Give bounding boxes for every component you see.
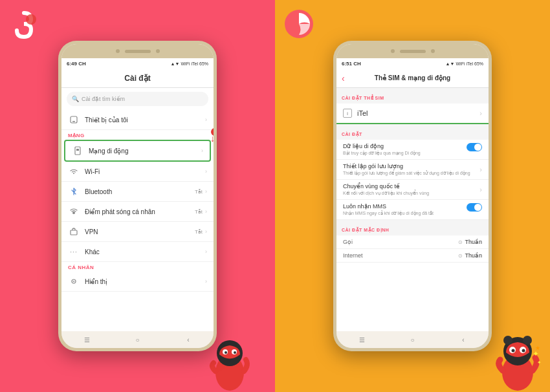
data-plan-row[interactable]: Thiết lập gói lưu lượng Thiết lập gói lư… bbox=[336, 160, 489, 180]
data-plan-arrow: › bbox=[479, 166, 482, 173]
svg-text:✦: ✦ bbox=[537, 360, 542, 365]
section-personal-left: CÁ NHÂN bbox=[61, 262, 214, 272]
signal-icon-left: ▲▼ bbox=[171, 61, 180, 66]
settings-item-bluetooth[interactable]: Bluetooth Tắt › bbox=[61, 182, 214, 202]
battery-right: 65% bbox=[474, 61, 483, 66]
wifi-icon-left: WiFi bbox=[181, 61, 190, 66]
nav-home-left[interactable]: ○ bbox=[131, 335, 144, 344]
status-time-right: 6:51 CH bbox=[342, 61, 361, 67]
settings-list-left: Thiết bị của tôi › MẠNG Mạng di động › ↓ bbox=[61, 110, 214, 331]
settings-item-device[interactable]: Thiết bị của tôi › bbox=[61, 110, 214, 130]
device-label: Thiết bị của tôi bbox=[85, 116, 205, 124]
mobile-data-toggle[interactable] bbox=[467, 143, 482, 151]
roaming-title: Chuyển vùng quốc tế bbox=[343, 183, 477, 190]
left-background: 6:49 CH ▲▼ WiFi iTel 65% Cài đặt 🔍 Cài đ… bbox=[0, 0, 275, 392]
roaming-row[interactable]: Chuyển vùng quốc tế Kết nối với dịch vụ … bbox=[336, 180, 489, 200]
more-arrow: › bbox=[205, 248, 207, 255]
phone-top-bar-left bbox=[61, 44, 214, 58]
mobile-data-row[interactable]: Dữ liệu di động Bật truy cập dữ liệu qua… bbox=[336, 140, 489, 160]
data-plan-sub: Thiết lập gói lưu lượng để giám sát việc… bbox=[343, 170, 477, 176]
sim-section-label: CÀI ĐẶT THẺ SIM bbox=[336, 88, 489, 103]
battery-left: 65% bbox=[199, 61, 208, 66]
call-default-row[interactable]: Gọi ⊙ Thuần bbox=[336, 235, 489, 249]
svg-point-21 bbox=[522, 349, 525, 353]
mobile-data-sub: Bật truy cập dữ liệu qua mạng Di động bbox=[343, 150, 421, 156]
svg-point-14 bbox=[234, 351, 236, 354]
phone-bottom-right: ☰ ○ ‹ bbox=[336, 331, 489, 348]
speaker-left bbox=[125, 50, 151, 53]
phone-bottom-left: ☰ ○ ‹ bbox=[61, 331, 214, 348]
vpn-icon bbox=[68, 226, 80, 237]
device-arrow: › bbox=[205, 116, 207, 123]
status-bar-left: 6:49 CH ▲▼ WiFi iTel 65% bbox=[61, 58, 214, 69]
vpn-arrow: › bbox=[205, 228, 207, 235]
vpn-label: VPN bbox=[85, 228, 195, 235]
svg-point-13 bbox=[225, 351, 227, 354]
bluetooth-label: Bluetooth bbox=[85, 188, 195, 195]
mobile-arrow: › bbox=[201, 147, 203, 154]
character-right: ✦ ✦ ★ bbox=[489, 324, 547, 392]
internet-default-row[interactable]: Internet ⊙ Thuần bbox=[336, 249, 489, 263]
app-bar-left: Cài đặt bbox=[61, 69, 214, 88]
sim-name: iTel bbox=[357, 109, 479, 117]
more-label: Khác bbox=[85, 248, 205, 256]
bluetooth-icon bbox=[68, 186, 80, 197]
status-icons-left: ▲▼ WiFi iTel 65% bbox=[171, 61, 208, 66]
right-background: 6:51 CH ▲▼ WiFi iTel 65% ‹ Thẻ SIM & mạn… bbox=[275, 0, 550, 392]
mms-toggle[interactable] bbox=[467, 203, 482, 212]
camera-left-right bbox=[391, 49, 395, 53]
app-bar-right: ‹ Thẻ SIM & mạng di động bbox=[336, 69, 489, 88]
wifi-arrow: › bbox=[205, 168, 207, 175]
sim-section-text: CÀI ĐẶT THẺ SIM bbox=[342, 96, 384, 100]
settings-section-text: CÀI ĐẶT bbox=[342, 132, 362, 136]
right-phone: 6:51 CH ▲▼ WiFi iTel 65% ‹ Thẻ SIM & mạn… bbox=[333, 41, 492, 351]
settings-item-hotspot[interactable]: Điểm phát sóng cá nhân Tắt › bbox=[61, 202, 214, 222]
mms-row[interactable]: Luôn nhận MMS Nhận MMS ngay cả khi dữ li… bbox=[336, 200, 489, 220]
settings-item-vpn[interactable]: VPN Tắt › bbox=[61, 222, 214, 242]
nav-back-right[interactable]: ‹ bbox=[457, 335, 470, 344]
default-section-label: CÀI ĐẶT MẶC ĐỊNH bbox=[336, 220, 489, 235]
status-icons-right: ▲▼ WiFi iTel 65% bbox=[446, 61, 483, 66]
itel-sim-item[interactable]: i iTel › ↓ 2 bbox=[336, 103, 489, 124]
settings-item-display[interactable]: Hiển thị › bbox=[61, 272, 214, 292]
internet-value: ⊙ Thuần bbox=[458, 252, 482, 259]
nav-home-right[interactable]: ○ bbox=[406, 335, 419, 344]
svg-point-0 bbox=[26, 14, 36, 25]
wifi-label: Wi-Fi bbox=[85, 168, 205, 175]
search-placeholder-left: Cài đặt tìm kiếm bbox=[82, 96, 125, 102]
logo-left bbox=[6, 6, 42, 42]
search-bar-left[interactable]: 🔍 Cài đặt tìm kiếm bbox=[67, 92, 208, 106]
nav-back-left[interactable]: ‹ bbox=[182, 335, 195, 344]
logo-right bbox=[281, 6, 317, 42]
settings-item-more[interactable]: ··· Khác › bbox=[61, 242, 214, 262]
mobile-data-title: Dữ liệu di động bbox=[343, 143, 421, 149]
data-plan-title: Thiết lập gói lưu lượng bbox=[343, 163, 477, 169]
wifi-icon-right: WiFi bbox=[456, 61, 465, 66]
back-button-right[interactable]: ‹ bbox=[342, 73, 345, 83]
device-icon bbox=[68, 114, 80, 125]
display-label: Hiển thị bbox=[85, 278, 205, 285]
status-time-left: 6:49 CH bbox=[67, 61, 86, 67]
hotspot-arrow: › bbox=[205, 208, 207, 215]
internet-icon-default: ⊙ bbox=[458, 253, 463, 259]
nav-menu-right[interactable]: ☰ bbox=[355, 335, 368, 344]
app-title-right: Thẻ SIM & mạng di động bbox=[375, 74, 450, 82]
settings-item-mobile[interactable]: Mạng di động › ↓ 1 bbox=[64, 140, 211, 162]
svg-point-23 bbox=[523, 336, 532, 345]
carrier-left: iTel bbox=[191, 61, 198, 66]
wifi-icon bbox=[68, 166, 80, 177]
call-label: Gọi bbox=[343, 239, 353, 245]
nav-menu-left[interactable]: ☰ bbox=[80, 335, 93, 344]
svg-rect-2 bbox=[72, 121, 75, 122]
camera-left bbox=[116, 49, 120, 53]
screen-left: 6:49 CH ▲▼ WiFi iTel 65% Cài đặt 🔍 Cài đ… bbox=[61, 58, 214, 331]
section-network: MẠNG bbox=[61, 130, 214, 140]
screen-right: 6:51 CH ▲▼ WiFi iTel 65% ‹ Thẻ SIM & mạn… bbox=[336, 58, 489, 331]
settings-item-wifi[interactable]: Wi-Fi › bbox=[61, 162, 214, 182]
roaming-sub: Kết nối với dịch vụ dữ liệu khi chuyển v… bbox=[343, 190, 477, 196]
status-bar-right: 6:51 CH ▲▼ WiFi iTel 65% bbox=[336, 58, 489, 69]
roaming-arrow: › bbox=[479, 186, 482, 193]
search-icon-left: 🔍 bbox=[72, 96, 79, 102]
display-icon bbox=[68, 276, 80, 287]
carrier-right: iTel bbox=[466, 61, 473, 66]
